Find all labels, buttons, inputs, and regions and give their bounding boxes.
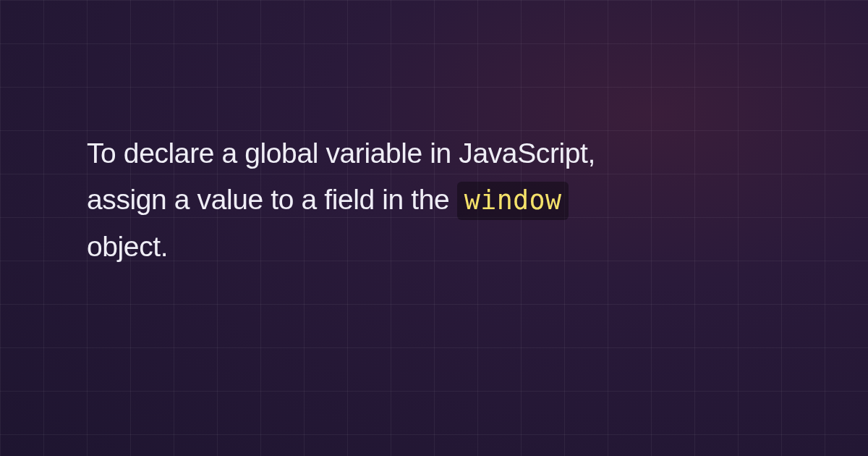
description-after-code: object. bbox=[87, 231, 168, 262]
content-container: To declare a global variable in JavaScri… bbox=[0, 0, 723, 270]
code-inline: window bbox=[457, 182, 569, 220]
description-text: To declare a global variable in JavaScri… bbox=[87, 130, 637, 270]
